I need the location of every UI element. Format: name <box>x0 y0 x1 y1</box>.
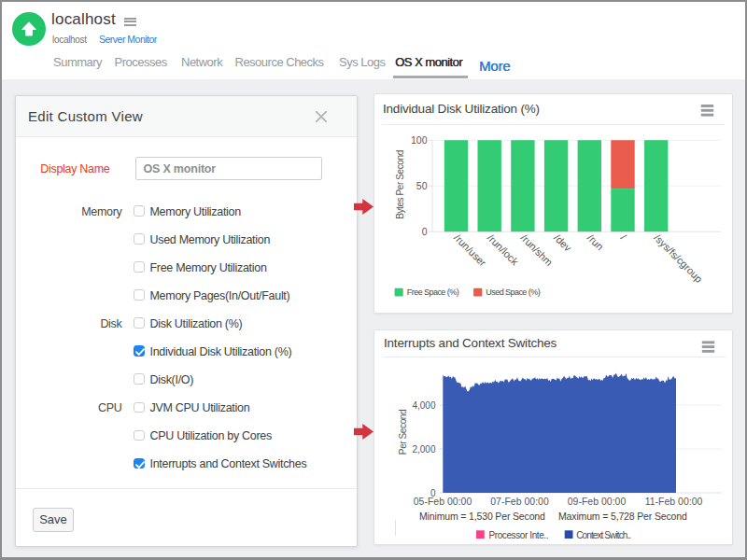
svg-text:Individual Disk Utilization (%: Individual Disk Utilization (%) <box>383 102 540 116</box>
svg-text:/sys/fs/cgroup: /sys/fs/cgroup <box>652 231 704 284</box>
svg-text:Processor Inte..: Processor Inte.. <box>488 530 548 540</box>
svg-text:/run/lock: /run/lock <box>486 231 521 267</box>
svg-text:Bytes Per Second: Bytes Per Second <box>395 150 405 219</box>
svg-text:Context Switch..: Context Switch.. <box>576 530 630 540</box>
svg-text:Interrupts and Context Switche: Interrupts and Context Switches <box>384 336 557 350</box>
svg-text:2,000: 2,000 <box>412 444 435 455</box>
svg-text:Maximum = 5,728 Per Second: Maximum = 5,728 Per Second <box>558 511 687 522</box>
svg-text:Free Space (%): Free Space (%) <box>407 287 459 297</box>
svg-text:/run/shm: /run/shm <box>518 231 555 268</box>
svg-text:50: 50 <box>416 180 428 191</box>
svg-text:/run/user: /run/user <box>452 231 488 268</box>
svg-text:/: / <box>619 231 629 242</box>
svg-text:05-Feb 00:00: 05-Feb 00:00 <box>413 496 472 507</box>
svg-text:Minimum = 1,530 Per Second: Minimum = 1,530 Per Second <box>419 511 545 522</box>
svg-text:0: 0 <box>422 226 428 237</box>
svg-text:4,000: 4,000 <box>412 400 435 411</box>
svg-text:09-Feb 00:00: 09-Feb 00:00 <box>567 496 626 507</box>
svg-text:07-Feb 00:00: 07-Feb 00:00 <box>490 496 549 507</box>
svg-text:Used Space (%): Used Space (%) <box>486 287 540 297</box>
svg-text:/run: /run <box>585 231 606 252</box>
svg-text:100: 100 <box>411 134 428 146</box>
svg-text:/dev: /dev <box>552 231 574 254</box>
svg-text:Per Second: Per Second <box>397 410 407 455</box>
svg-text:11-Feb 00:00: 11-Feb 00:00 <box>644 496 702 507</box>
